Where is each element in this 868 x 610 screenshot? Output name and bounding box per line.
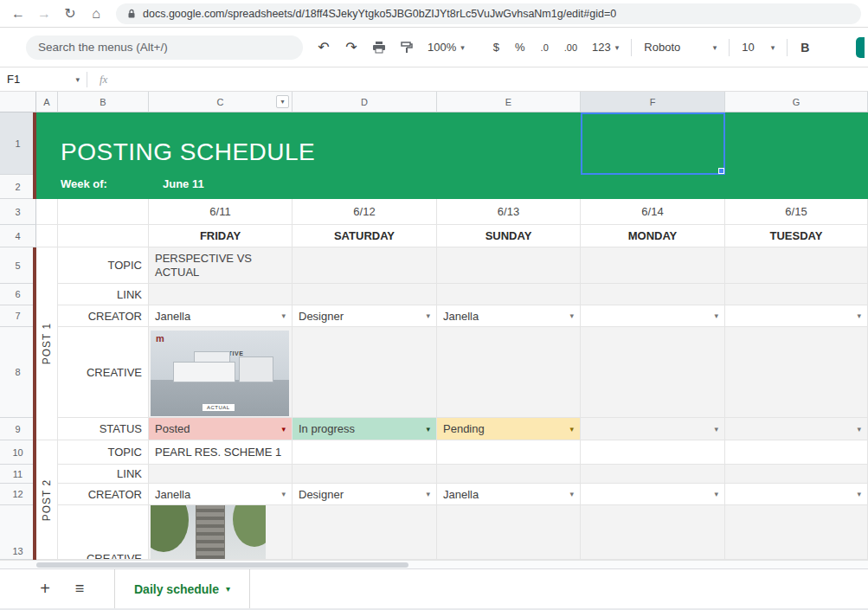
empty-cell[interactable] (725, 247, 868, 284)
column-header-f-selected[interactable]: F (581, 92, 725, 112)
more-formats-button[interactable]: 123 ▾ (585, 41, 626, 54)
forward-icon[interactable]: → (33, 3, 55, 25)
empty-cell[interactable] (293, 327, 437, 418)
row-header-7[interactable]: 7 (0, 305, 36, 327)
date-cell-friday[interactable]: 6/11 (149, 199, 293, 225)
day-cell-saturday[interactable]: SATURDAY (293, 225, 437, 247)
day-cell-friday[interactable]: FRIDAY (149, 225, 293, 247)
row-header-9[interactable]: 9 (0, 418, 36, 440)
empty-cell[interactable] (293, 247, 437, 284)
empty-cell[interactable] (581, 465, 725, 484)
row-header-4[interactable]: 4 (0, 225, 36, 247)
topic-cell-post2[interactable]: PEARL RES. SCHEME 1 (149, 440, 293, 465)
bold-button[interactable]: B (793, 41, 817, 55)
creator-dropdown-monday[interactable]: ▾ (581, 305, 725, 327)
day-cell-sunday[interactable]: SUNDAY (437, 225, 581, 247)
creative-cell-post1[interactable]: m PERSPECTIVE ACTUAL (149, 327, 293, 418)
search-menus-input[interactable]: Search the menus (Alt+/) (26, 35, 303, 60)
row-header-11[interactable]: 11 (0, 465, 36, 484)
creative-row-label[interactable]: CREATIVE (58, 327, 149, 418)
creator-dropdown-tuesday[interactable]: ▾ (725, 484, 868, 505)
empty-cell[interactable] (725, 505, 868, 560)
address-bar[interactable]: docs.google.com/spreadsheets/d/18ff4SJek… (116, 3, 861, 24)
horizontal-scrollbar-thumb[interactable] (36, 562, 408, 568)
empty-cell[interactable] (725, 327, 868, 418)
back-icon[interactable]: ← (7, 3, 29, 25)
column-header-b[interactable]: B (58, 92, 149, 112)
row-header-1[interactable]: 1 (0, 112, 36, 175)
link-cell[interactable] (149, 465, 293, 484)
date-cell-monday[interactable]: 6/14 (581, 199, 725, 225)
column-header-e[interactable]: E (437, 92, 581, 112)
day-cell-monday[interactable]: MONDAY (581, 225, 725, 247)
row-header-8[interactable]: 8 (0, 327, 36, 418)
empty-cell[interactable] (36, 225, 58, 247)
topic-cell-post1[interactable]: PERSPECTIVE VS ACTUAL (149, 247, 293, 284)
column-header-d[interactable]: D (293, 92, 437, 112)
date-cell-tuesday[interactable]: 6/15 (725, 199, 868, 225)
empty-cell[interactable] (437, 465, 581, 484)
empty-cell[interactable] (293, 505, 437, 560)
empty-cell[interactable] (437, 284, 581, 305)
creator-dropdown-saturday[interactable]: Designer ▾ (293, 305, 437, 327)
creator-row-label[interactable]: CREATOR (58, 484, 149, 505)
status-dropdown-friday[interactable]: Posted ▾ (149, 418, 293, 440)
all-sheets-icon[interactable]: ≡ (69, 579, 90, 600)
creator-dropdown-tuesday[interactable]: ▾ (725, 305, 868, 327)
creator-dropdown-monday[interactable]: ▾ (581, 484, 725, 505)
partial-toolbar-icon[interactable] (856, 37, 865, 58)
empty-cell[interactable] (293, 284, 437, 305)
link-row-label[interactable]: LINK (58, 465, 149, 484)
creative-cell-post2[interactable] (149, 505, 293, 560)
empty-cell[interactable] (725, 284, 868, 305)
row-header-13[interactable]: 13 (0, 505, 36, 560)
row-header-5[interactable]: 5 (0, 247, 36, 284)
row-header-6[interactable]: 6 (0, 284, 36, 305)
topic-row-label[interactable]: TOPIC (58, 247, 149, 284)
add-sheet-icon[interactable]: + (35, 579, 55, 600)
increase-decimal-button[interactable]: .00 (556, 42, 585, 53)
empty-cell[interactable] (437, 440, 581, 465)
day-cell-tuesday[interactable]: TUESDAY (725, 225, 868, 247)
creator-dropdown-sunday[interactable]: Janella ▾ (437, 305, 581, 327)
empty-cell[interactable] (725, 440, 868, 465)
empty-cell[interactable] (581, 247, 725, 284)
sheet-tab-daily-schedule[interactable]: Daily schedule ▾ (114, 569, 250, 608)
status-dropdown-saturday[interactable]: In progress ▾ (293, 418, 437, 440)
empty-cell[interactable] (58, 199, 149, 225)
topic-row-label[interactable]: TOPIC (58, 440, 149, 465)
creator-dropdown-friday[interactable]: Janella ▾ (149, 484, 293, 505)
zoom-select[interactable]: 100% ▾ (421, 41, 472, 54)
empty-cell[interactable] (437, 247, 581, 284)
decrease-decimal-button[interactable]: .0 (533, 42, 556, 53)
creative-row-label[interactable]: CREATIVE (58, 505, 149, 560)
paint-format-icon[interactable] (395, 35, 419, 60)
empty-cell[interactable] (293, 440, 437, 465)
row-header-3[interactable]: 3 (0, 199, 36, 225)
row-header-10[interactable]: 10 (0, 440, 36, 465)
status-dropdown-monday[interactable]: ▾ (581, 418, 725, 440)
empty-cell[interactable] (581, 440, 725, 465)
font-size-select[interactable]: 10 ▾ (735, 41, 781, 54)
link-row-label[interactable]: LINK (58, 284, 149, 305)
name-box[interactable]: F1 ▾ (0, 67, 87, 91)
column-header-g[interactable]: G (725, 92, 868, 112)
column-header-a[interactable]: A (36, 92, 58, 112)
empty-cell[interactable] (437, 505, 581, 560)
empty-cell[interactable] (725, 465, 868, 484)
format-currency-button[interactable]: $ (485, 41, 507, 54)
column-c-dropdown-icon[interactable]: ▾ (276, 95, 289, 108)
row-header-12[interactable]: 12 (0, 484, 36, 505)
post2-merged-cell[interactable]: POST 2 (36, 440, 58, 560)
status-dropdown-tuesday[interactable]: ▾ (725, 418, 868, 440)
date-cell-sunday[interactable]: 6/13 (437, 199, 581, 225)
link-cell[interactable] (149, 284, 293, 305)
reload-icon[interactable]: ↻ (59, 3, 81, 25)
post1-merged-cell[interactable]: POST 1 (36, 247, 58, 440)
font-family-select[interactable]: Roboto ▾ (637, 41, 723, 54)
print-icon[interactable] (367, 35, 391, 60)
fill-handle[interactable] (718, 168, 724, 174)
empty-cell[interactable] (581, 505, 725, 560)
select-all-corner[interactable] (0, 92, 36, 112)
column-header-c[interactable]: C ▾ (149, 92, 293, 112)
